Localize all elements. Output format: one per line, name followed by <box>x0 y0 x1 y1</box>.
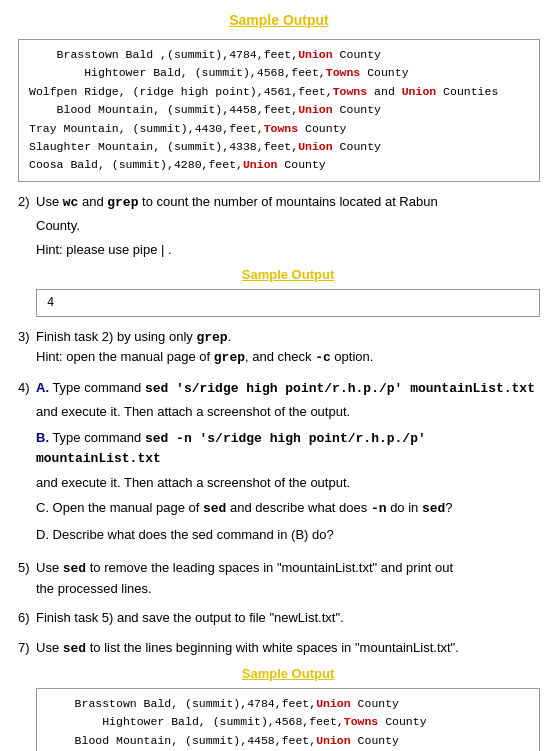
section-2-content: Use wc and grep to count the number of m… <box>36 192 540 213</box>
section-5-text: Use sed to remove the leading spaces in … <box>36 560 453 575</box>
grep-manual: grep <box>214 350 245 365</box>
section-4-content: A. Type command sed 's/ridge high point/… <box>36 378 540 549</box>
sample-output-box-1: Brasstown Bald ,(summit),4784,feet,Union… <box>18 39 540 182</box>
sample-value-2: 4 <box>47 296 54 310</box>
section-4-partC: C. Open the manual page of sed and descr… <box>36 498 540 519</box>
partB-label: B. <box>36 430 49 445</box>
section-4-number: 4) <box>18 378 36 398</box>
section-7: 7) Use sed to list the lines beginning w… <box>18 638 540 751</box>
section-2-county: County. <box>36 216 540 236</box>
section-6-number: 6) <box>18 608 36 628</box>
section-3-text: Finish task 2) by using only grep. <box>36 329 231 344</box>
code-line-4: Blood Mountain, (summit),4458,feet,Union… <box>29 101 529 119</box>
section-7-text: Use sed to list the lines beginning with… <box>36 640 459 655</box>
partB-text2: and execute it. Then attach a screenshot… <box>36 473 540 493</box>
grep-cmd-3: grep <box>196 330 227 345</box>
code-line-2: Hightower Bald, (summit),4568,feet,Towns… <box>29 64 529 82</box>
s7-line-1: Brasstown Bald, (summit),4784,feet,Union… <box>47 695 529 713</box>
section-2-body: County. Hint: please use pipe | . Sample… <box>36 216 540 317</box>
sample-output-box-7: Brasstown Bald, (summit),4784,feet,Union… <box>36 688 540 751</box>
section-4: 4) A. Type command sed 's/ridge high poi… <box>18 378 540 549</box>
sample-output-label-7: Sample Output <box>36 664 540 684</box>
s7-line-2: Hightower Bald, (summit),4568,feet,Towns… <box>47 713 529 731</box>
sed-cmd-5: sed <box>63 561 86 576</box>
section-3-hint: Hint: open the manual page of grep, and … <box>36 349 373 364</box>
partA-text1: Type command sed 's/ridge high point/r.h… <box>52 380 535 395</box>
grep-cmd: grep <box>107 195 138 210</box>
code-line-3: Wolfpen Ridge, (ridge high point),4561,f… <box>29 83 529 101</box>
partB-cmd: sed -n 's/ridge high point/r.h.p./p' mou… <box>36 431 426 467</box>
section-5-content: Use sed to remove the leading spaces in … <box>36 558 540 598</box>
section-6-text: Finish task 5) and save the output to fi… <box>36 610 344 625</box>
code-line-1: Brasstown Bald ,(summit),4784,feet,Union… <box>29 46 529 64</box>
code-line-7: Coosa Bald, (summit),4280,feet,Union Cou… <box>29 156 529 174</box>
n-option: -n <box>371 501 387 516</box>
section-3: 3) Finish task 2) by using only grep. Hi… <box>18 327 540 368</box>
sed-cmd-c2: sed <box>422 501 445 516</box>
sed-cmd-c: sed <box>203 501 226 516</box>
section-2: 2) Use wc and grep to count the number o… <box>18 192 540 317</box>
partB-text1: Type command sed -n 's/ridge high point/… <box>36 430 426 466</box>
section-2-hint: Hint: please use pipe | . <box>36 240 540 260</box>
section-4-partD: D. Describe what does the sed command in… <box>36 525 540 545</box>
sample-output-box-2: 4 <box>36 289 540 317</box>
section-7-number: 7) <box>18 638 36 658</box>
section-5-number: 5) <box>18 558 36 578</box>
section-4-partA: A. Type command sed 's/ridge high point/… <box>36 378 540 399</box>
partD-text: D. Describe what does the sed command in… <box>36 527 334 542</box>
c-option: -c <box>315 350 331 365</box>
partA-cmd: sed 's/ridge high point/r.h.p./p' mounta… <box>145 381 535 396</box>
code-line-6: Slaughter Mountain, (summit),4338,feet,U… <box>29 138 529 156</box>
sample-output-label-2: Sample Output <box>36 265 540 285</box>
s7-line-3: Blood Mountain, (summit),4458,feet,Union… <box>47 732 529 750</box>
section-2-text: Use wc and grep to count the number of m… <box>36 194 438 209</box>
section-5-text2: the processed lines. <box>36 581 152 596</box>
section-4-partB: B. Type command sed -n 's/ridge high poi… <box>36 428 540 469</box>
section-6: 6) Finish task 5) and save the output to… <box>18 608 540 628</box>
section-3-number: 3) <box>18 327 36 347</box>
wc-cmd: wc <box>63 195 79 210</box>
sed-cmd-7: sed <box>63 641 86 656</box>
section-7-content: Use sed to list the lines beginning with… <box>36 638 540 751</box>
page-title: Sample Output <box>18 10 540 31</box>
section-2-number: 2) <box>18 192 36 212</box>
code-line-5: Tray Mountain, (summit),4430,feet,Towns … <box>29 120 529 138</box>
section-3-content: Finish task 2) by using only grep. Hint:… <box>36 327 540 368</box>
section-6-content: Finish task 5) and save the output to fi… <box>36 608 540 628</box>
section-5: 5) Use sed to remove the leading spaces … <box>18 558 540 598</box>
partA-label: A. <box>36 380 49 395</box>
partC-text: C. Open the manual page of sed and descr… <box>36 500 453 515</box>
partA-text2: and execute it. Then attach a screenshot… <box>36 402 540 422</box>
